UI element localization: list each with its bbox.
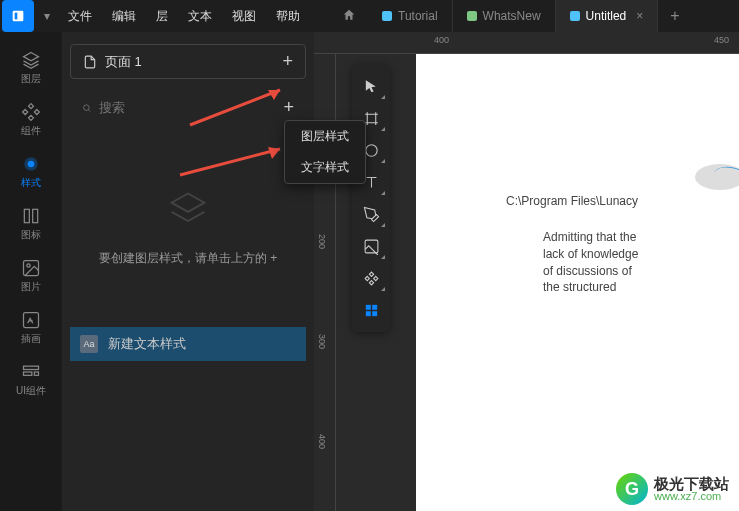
add-style-button[interactable]: + xyxy=(283,97,294,118)
sidebar-label: 图标 xyxy=(21,228,41,242)
menu-layer[interactable]: 层 xyxy=(146,8,178,25)
sidebar-styles[interactable]: 样式 xyxy=(7,148,55,196)
text-style-badge: Aa xyxy=(80,335,98,353)
svg-rect-18 xyxy=(372,311,377,316)
page-label: 页面 1 xyxy=(105,53,142,71)
tab-label: Untitled xyxy=(586,9,627,23)
sidebar-images[interactable]: 图片 xyxy=(7,252,55,300)
svg-rect-9 xyxy=(24,366,39,369)
doc-icon xyxy=(570,11,580,21)
app-logo[interactable] xyxy=(2,0,34,32)
canvas-text-paragraph[interactable]: Admitting that the lack of knowledge of … xyxy=(543,229,638,296)
menu-file[interactable]: 文件 xyxy=(58,8,102,25)
add-page-button[interactable]: + xyxy=(282,51,293,72)
menu-text[interactable]: 文本 xyxy=(178,8,222,25)
artboard[interactable]: C:\Program Files\Lunacy Admitting that t… xyxy=(416,54,739,511)
empty-state-text: 要创建图层样式，请单击上方的 + xyxy=(99,250,277,267)
svg-rect-15 xyxy=(365,304,370,309)
sidebar-label: 组件 xyxy=(21,124,41,138)
svg-point-7 xyxy=(27,264,30,267)
image-tool[interactable] xyxy=(352,230,390,262)
component-tool[interactable] xyxy=(352,262,390,294)
sidebar-label: 插画 xyxy=(21,332,41,346)
ruler-tick: 400 xyxy=(434,35,449,45)
canvas-area[interactable]: 400 450 100 200 300 400 C:\Program Files… xyxy=(314,32,739,511)
sidebar-components[interactable]: 组件 xyxy=(7,96,55,144)
watermark-url: www.xz7.com xyxy=(654,491,729,502)
search-icon xyxy=(82,101,91,115)
sidebar-label: 图片 xyxy=(21,280,41,294)
sidebar-label: UI组件 xyxy=(16,384,46,398)
ruler-tick: 300 xyxy=(317,334,327,349)
sidebar-label: 样式 xyxy=(21,176,41,190)
close-icon[interactable]: × xyxy=(636,9,643,23)
svg-rect-1 xyxy=(15,13,18,20)
doc-icon xyxy=(382,11,392,21)
sidebar-label: 图层 xyxy=(21,72,41,86)
layers-empty-icon xyxy=(166,188,210,232)
watermark: G 极光下载站 www.xz7.com xyxy=(616,473,729,505)
svg-point-13 xyxy=(365,144,376,155)
chevron-down-icon[interactable]: ▾ xyxy=(36,9,58,23)
select-tool[interactable] xyxy=(352,70,390,102)
svg-rect-0 xyxy=(13,11,24,22)
add-style-context-menu: 图层样式 文字样式 xyxy=(284,120,366,184)
context-layer-style[interactable]: 图层样式 xyxy=(285,121,365,152)
svg-rect-4 xyxy=(24,209,29,222)
doc-icon xyxy=(467,11,477,21)
svg-point-3 xyxy=(28,161,35,168)
svg-rect-17 xyxy=(365,311,370,316)
menu-edit[interactable]: 编辑 xyxy=(102,8,146,25)
sidebar-illustrations[interactable]: 插画 xyxy=(7,304,55,352)
new-text-style-button[interactable]: Aa 新建文本样式 xyxy=(70,327,306,361)
page-icon xyxy=(83,55,97,69)
svg-point-12 xyxy=(84,104,90,110)
tab-whatsnew[interactable]: WhatsNew xyxy=(453,0,556,32)
new-text-style-label: 新建文本样式 xyxy=(108,335,186,353)
new-tab-button[interactable]: + xyxy=(658,7,691,25)
home-icon[interactable] xyxy=(330,8,368,25)
pen-tool[interactable] xyxy=(352,198,390,230)
ruler-horizontal: 400 450 xyxy=(314,32,739,54)
svg-rect-5 xyxy=(33,209,38,222)
sidebar-icons[interactable]: 图标 xyxy=(7,200,55,248)
floating-toolbar xyxy=(352,64,390,332)
canvas-text-path[interactable]: C:\Program Files\Lunacy xyxy=(506,194,638,208)
ruler-tick: 200 xyxy=(317,234,327,249)
search-input[interactable] xyxy=(99,100,267,115)
watermark-title: 极光下载站 xyxy=(654,476,729,491)
ruler-tick: 400 xyxy=(317,434,327,449)
tab-tutorial[interactable]: Tutorial xyxy=(368,0,453,32)
svg-rect-16 xyxy=(372,304,377,309)
sidebar-layers[interactable]: 图层 xyxy=(7,44,55,92)
context-text-style[interactable]: 文字样式 xyxy=(285,152,365,183)
grid-tool[interactable] xyxy=(352,294,390,326)
tab-untitled[interactable]: Untitled × xyxy=(556,0,659,32)
tab-label: Tutorial xyxy=(398,9,438,23)
sidebar-ui-kits[interactable]: UI组件 xyxy=(7,356,55,404)
svg-rect-10 xyxy=(24,372,32,375)
svg-rect-14 xyxy=(365,240,378,253)
svg-rect-11 xyxy=(34,372,38,375)
ruler-tick: 450 xyxy=(714,35,729,45)
menu-view[interactable]: 视图 xyxy=(222,8,266,25)
page-selector[interactable]: 页面 1 + xyxy=(70,44,306,79)
watermark-icon: G xyxy=(616,473,648,505)
menu-help[interactable]: 帮助 xyxy=(266,8,310,25)
tab-label: WhatsNew xyxy=(483,9,541,23)
